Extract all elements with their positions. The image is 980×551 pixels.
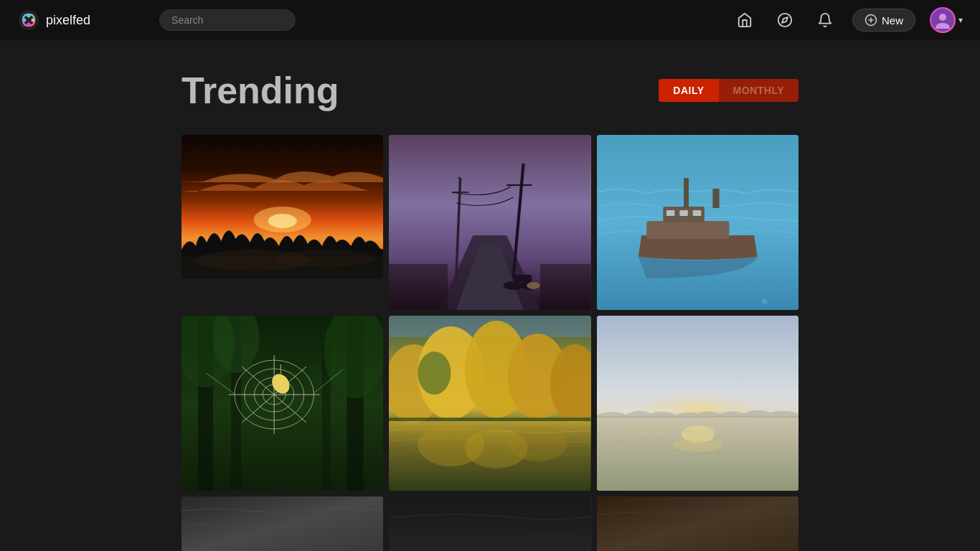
- svg-rect-38: [692, 210, 701, 216]
- image-card-spiderweb[interactable]: [182, 316, 383, 491]
- svg-rect-29: [389, 264, 448, 310]
- main-content: Trending DAILY MONTHLY: [167, 40, 813, 551]
- image-card-bottom2[interactable]: [389, 496, 590, 551]
- svg-point-26: [504, 281, 524, 290]
- svg-point-72: [508, 425, 567, 461]
- svg-point-15: [268, 214, 297, 228]
- new-button[interactable]: New: [852, 9, 915, 32]
- bottom3-overlay: [597, 496, 798, 551]
- bottom2-overlay: [389, 496, 590, 551]
- svg-rect-35: [712, 189, 719, 208]
- svg-rect-86: [597, 496, 798, 551]
- page-header: Trending DAILY MONTHLY: [182, 69, 798, 112]
- image-card-road[interactable]: [389, 135, 590, 310]
- filter-tabs: DAILY MONTHLY: [659, 79, 798, 102]
- home-icon: [737, 12, 753, 28]
- image-card-foggy[interactable]: [597, 316, 798, 491]
- svg-point-6: [778, 14, 791, 27]
- search-container: [159, 9, 296, 31]
- svg-rect-36: [666, 210, 675, 216]
- image-card-bottom1[interactable]: [182, 496, 383, 551]
- plus-circle-icon: [864, 14, 877, 27]
- svg-rect-30: [540, 264, 590, 310]
- brand-name: pixelfed: [46, 13, 90, 28]
- sunset-overlay: [182, 135, 383, 278]
- svg-point-1: [19, 10, 39, 30]
- svg-rect-68: [389, 418, 590, 421]
- svg-point-12: [939, 14, 946, 21]
- filter-monthly[interactable]: MONTHLY: [719, 79, 798, 102]
- svg-marker-7: [782, 17, 788, 23]
- brand-link[interactable]: pixelfed: [17, 9, 90, 32]
- user-menu[interactable]: ▾: [930, 7, 963, 33]
- svg-rect-37: [679, 210, 688, 216]
- autumn-overlay: [389, 316, 590, 491]
- svg-point-67: [418, 352, 451, 395]
- svg-point-18: [275, 250, 377, 267]
- svg-point-28: [527, 282, 541, 289]
- svg-point-4: [27, 23, 31, 27]
- svg-point-3: [32, 19, 35, 22]
- avatar-icon: [931, 9, 954, 32]
- image-card-bottom3[interactable]: [597, 496, 798, 551]
- avatar-button[interactable]: [930, 7, 956, 33]
- image-card-autumn[interactable]: [389, 316, 590, 491]
- svg-rect-32: [646, 221, 729, 239]
- new-button-label: New: [882, 14, 903, 27]
- pixelfed-logo: [17, 9, 40, 32]
- home-button[interactable]: [732, 7, 758, 33]
- image-card-sunset[interactable]: [182, 135, 383, 278]
- bottom1-overlay: [182, 496, 383, 551]
- image-card-boat[interactable]: ©: [597, 135, 798, 310]
- filter-daily[interactable]: DAILY: [659, 79, 718, 102]
- svg-rect-34: [684, 178, 689, 208]
- svg-text:©: ©: [762, 298, 767, 305]
- svg-rect-85: [389, 496, 590, 551]
- road-overlay: [389, 135, 590, 310]
- svg-point-2: [27, 14, 31, 18]
- svg-point-5: [23, 19, 27, 22]
- dropdown-arrow-icon[interactable]: ▾: [958, 15, 963, 25]
- boat-overlay: ©: [597, 135, 798, 310]
- page-title: Trending: [182, 69, 339, 112]
- spiderweb-overlay: [182, 316, 383, 491]
- compass-icon: [777, 12, 793, 28]
- navbar: pixelfed: [0, 0, 980, 40]
- search-input[interactable]: [159, 9, 296, 31]
- nav-actions: New ▾: [732, 7, 963, 33]
- explore-button[interactable]: [772, 7, 798, 33]
- bell-icon: [817, 12, 833, 28]
- foggy-overlay: [597, 316, 798, 491]
- svg-rect-27: [514, 275, 532, 282]
- image-grid: ©: [182, 135, 798, 551]
- notifications-button[interactable]: [812, 7, 838, 33]
